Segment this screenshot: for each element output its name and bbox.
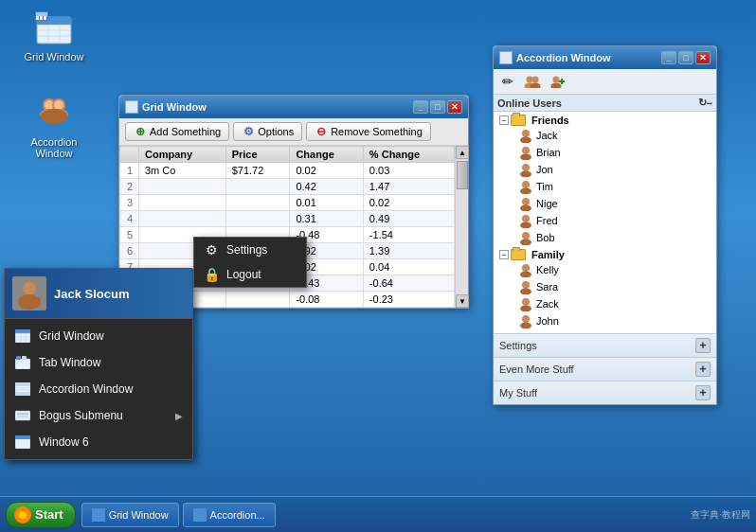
tree-item-friend[interactable]: Jon xyxy=(497,161,712,178)
family-expand-icon[interactable]: − xyxy=(499,250,509,259)
cell-pct: 0.02 xyxy=(363,195,454,211)
cell-change: 0.31 xyxy=(290,211,363,227)
grid-window-titlebar[interactable]: Grid Window _ □ ✕ xyxy=(119,96,468,118)
taskbar-item-grid-window[interactable]: Grid Window xyxy=(81,503,179,527)
acc-tool-user-add[interactable] xyxy=(547,72,567,91)
start-menu-item-accordion-window[interactable]: Accordion Window xyxy=(5,376,192,402)
tree-group-friends-header[interactable]: − Friends xyxy=(497,114,712,127)
accordion-section-expand-button[interactable]: + xyxy=(695,338,711,353)
table-row[interactable]: 3 0.01 0.02 xyxy=(120,195,455,211)
desktop-icon-accordion-window[interactable]: AccordionWindow xyxy=(21,95,87,159)
family-name: Sara xyxy=(536,281,558,293)
tree-item-family[interactable]: Zack xyxy=(497,295,712,312)
grid-maximize-button[interactable]: □ xyxy=(430,100,445,114)
family-folder-icon xyxy=(511,249,526,260)
tree-item-friend[interactable]: Bob xyxy=(497,229,712,246)
tree-item-friend[interactable]: Tim xyxy=(497,178,712,195)
user-avatar-icon xyxy=(518,162,533,177)
acc-tool-pencil[interactable]: ✏ xyxy=(497,72,518,91)
tree-item-friend[interactable]: Nige xyxy=(497,195,712,212)
remove-something-button[interactable]: ⊖ Remove Something xyxy=(306,122,431,141)
accordion-section-header-even-more-stuff[interactable]: Even More Stuff + xyxy=(494,358,716,381)
window-6-menu-label: Window 6 xyxy=(39,435,89,449)
svg-rect-60 xyxy=(22,356,27,360)
options-label: Options xyxy=(258,126,294,137)
tree-group-family-header[interactable]: − Family xyxy=(497,248,712,261)
settings-menu-label: Settings xyxy=(226,243,267,257)
taskbar-item-accordion[interactable]: Accordion... xyxy=(183,503,276,527)
accordion-toolbar: ✏ xyxy=(494,69,716,95)
context-menu: ⚙ Settings 🔒 Logout xyxy=(193,237,307,288)
table-row[interactable]: 4 0.31 0.49 xyxy=(120,211,455,227)
online-users-header: Online Users ↻ − xyxy=(494,95,716,112)
options-button[interactable]: ⚙ Options xyxy=(233,122,302,141)
grid-close-button[interactable]: ✕ xyxy=(447,100,462,114)
svg-rect-58 xyxy=(15,359,30,369)
taskbar-grid-icon xyxy=(92,508,105,522)
grid-window-title-buttons: _ □ ✕ xyxy=(413,100,462,114)
logout-menu-label: Logout xyxy=(226,268,261,281)
tree-item-family[interactable]: Sara xyxy=(497,278,712,295)
start-menu-item-window-6[interactable]: Window 6 xyxy=(5,429,192,455)
svg-point-33 xyxy=(522,181,530,188)
grid-toolbar: ⊕ Add Something ⚙ Options ⊖ Remove Somet… xyxy=(119,118,468,146)
svg-rect-11 xyxy=(44,16,46,20)
tree-item-friend[interactable]: Jack xyxy=(497,127,712,144)
tree-item-family[interactable]: John xyxy=(497,312,712,329)
friend-name: Fred xyxy=(536,215,558,226)
user-avatar-icon xyxy=(518,196,533,211)
scroll-down-arrow[interactable]: ▼ xyxy=(456,294,469,308)
scroll-thumb[interactable] xyxy=(457,161,468,189)
friends-expand-icon[interactable]: − xyxy=(499,115,509,125)
tree-item-friend[interactable]: Brian xyxy=(497,144,712,161)
start-menu-item-bogus-submenu[interactable]: Bogus Submenu ▶ xyxy=(5,402,192,429)
start-menu-item-grid-window[interactable]: Grid Window xyxy=(5,323,192,349)
scroll-up-arrow[interactable]: ▲ xyxy=(456,146,469,159)
start-menu-item-tab-window[interactable]: Tab Window xyxy=(5,349,192,376)
friends-folder-icon xyxy=(511,115,526,126)
taskbar-right: 查字典·教程网 xyxy=(691,508,756,522)
col-pctchange: % Change xyxy=(363,147,454,163)
accordion-minimize-button[interactable]: _ xyxy=(661,51,676,64)
accordion-section-expand-button[interactable]: + xyxy=(695,362,711,377)
svg-point-44 xyxy=(520,289,531,295)
accordion-window-titlebar[interactable]: Accordion Window _ □ ✕ xyxy=(494,46,716,69)
online-users-collapse-button[interactable]: − xyxy=(707,98,712,109)
user-avatar-icon xyxy=(518,296,533,311)
svg-rect-62 xyxy=(15,382,30,386)
taskbar-accordion-label: Accordion... xyxy=(210,509,265,521)
start-button[interactable]: Start xyxy=(6,502,76,528)
context-menu-item-logout[interactable]: 🔒 Logout xyxy=(194,262,306,287)
svg-point-27 xyxy=(522,130,530,137)
table-row[interactable]: 2 0.42 1.47 xyxy=(120,179,455,195)
watermark-text: 查字典·教程网 xyxy=(691,508,750,522)
context-menu-item-settings[interactable]: ⚙ Settings xyxy=(194,238,306,262)
grid-minimize-button[interactable]: _ xyxy=(413,100,428,114)
svg-point-23 xyxy=(553,77,560,83)
online-users-refresh-button[interactable]: ↻ xyxy=(698,97,707,109)
svg-point-24 xyxy=(551,83,562,89)
table-row[interactable]: 1 3m Co $71.72 0.02 0.03 xyxy=(120,163,455,179)
taskbar: Start Grid Window Accordion... 查字典·教程网 xyxy=(0,496,756,532)
cell-pct: -0.64 xyxy=(363,275,454,292)
add-something-button[interactable]: ⊕ Add Something xyxy=(125,122,229,141)
svg-point-30 xyxy=(520,154,531,161)
accordion-section-expand-button[interactable]: + xyxy=(695,385,711,400)
accordion-close-button[interactable]: ✕ xyxy=(695,51,711,64)
accordion-maximize-button[interactable]: □ xyxy=(678,51,693,64)
start-menu-username: Jack Slocum xyxy=(54,287,130,301)
svg-point-42 xyxy=(520,272,531,278)
acc-tool-users[interactable] xyxy=(522,72,543,91)
tree-item-friend[interactable]: Fred xyxy=(497,212,712,229)
tree-item-family[interactable]: Kelly xyxy=(497,261,712,278)
cell-price: $71.72 xyxy=(225,163,290,179)
accordion-section-header-my-stuff[interactable]: My Stuff + xyxy=(494,381,716,404)
family-name: John xyxy=(536,315,559,327)
cell-price xyxy=(225,292,290,308)
grid-scrollbar[interactable]: ▲ ▼ xyxy=(455,146,468,308)
cell-num: 1 xyxy=(120,163,139,179)
desktop-icon-grid-window[interactable]: Grid Window xyxy=(21,9,87,62)
accordion-window-title-icon xyxy=(499,51,513,64)
friend-name: Bob xyxy=(536,232,555,243)
accordion-section-header-settings[interactable]: Settings + xyxy=(494,334,716,357)
